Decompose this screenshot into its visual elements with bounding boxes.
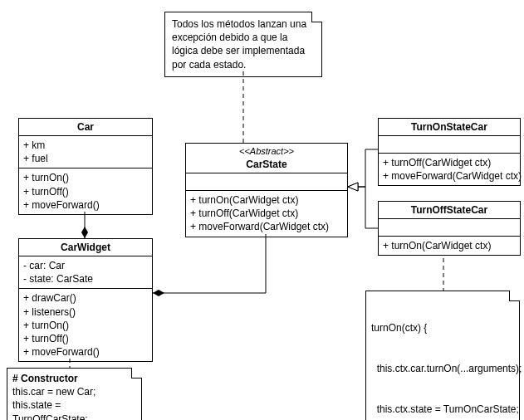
op: + moveForward() <box>23 198 148 212</box>
class-title: TurnOffStateCar <box>379 202 520 219</box>
op: + turnOn(CarWidget ctx) <box>383 239 516 252</box>
op: + turnOn() <box>23 319 148 332</box>
class-car: Car + km + fuel + turnOn() + turnOff() +… <box>18 118 153 215</box>
op: + turnOff(CarWidget ctx) <box>190 207 343 220</box>
attr: - car: Car <box>23 259 148 272</box>
note-line: this.ctx.state = TurnOnCarState; <box>371 403 514 416</box>
attr-section <box>379 219 520 237</box>
note-line: this.state = TurnOffCarState; <box>12 398 136 420</box>
class-carwidget: CarWidget - car: Car - state: CarSate + … <box>18 238 153 362</box>
op-section: + turnOff(CarWidget ctx) + moveForward(C… <box>379 154 520 185</box>
class-title: CarWidget <box>19 239 152 256</box>
attr-section: - car: Car - state: CarSate <box>19 256 152 289</box>
stereotype: <<Abstract>> <box>186 144 347 156</box>
attr-section <box>379 136 520 154</box>
op: + turnOn(CarWidget ctx) <box>190 193 343 207</box>
op: + turnOff() <box>23 185 148 198</box>
class-carstate: <<Abstract>> CarState + turnOn(CarWidget… <box>185 143 348 237</box>
op: + moveForward(CarWidget ctx) <box>383 169 516 183</box>
note-line: turnOn(ctx) { <box>371 321 514 335</box>
op: + drawCar() <box>23 291 148 305</box>
attr-section: + km + fuel <box>19 136 152 168</box>
class-title: Car <box>19 119 152 136</box>
op-section: + turnOn() + turnOff() + moveForward() <box>19 168 152 214</box>
op-section: + drawCar() + listeners() + turnOn() + t… <box>19 289 152 361</box>
class-title: CarState <box>186 156 347 173</box>
op-section: + turnOn(CarWidget ctx) <box>379 237 520 255</box>
op: + turnOn() <box>23 171 148 184</box>
note-turnon: turnOn(ctx) { this.ctx.car.turnOn(...arg… <box>365 291 520 420</box>
attr-section <box>186 173 347 191</box>
note-line: this.ctx.car.turnOn(...arguments); <box>371 362 514 375</box>
note-line: this.car = new Car; <box>12 385 136 398</box>
note-carstate: Todos los métodos lanzan una excepción d… <box>164 12 322 77</box>
note-title: # Constructor <box>12 372 136 385</box>
op: + turnOff(CarWidget ctx) <box>383 156 516 169</box>
attr: + km <box>23 139 148 152</box>
op: + moveForward() <box>23 345 148 359</box>
op: + turnOff() <box>23 332 148 345</box>
note-constructor: # Constructor this.car = new Car; this.s… <box>7 368 142 420</box>
class-title: TurnOnStateCar <box>379 119 520 136</box>
op-section: + turnOn(CarWidget ctx) + turnOff(CarWid… <box>186 191 347 237</box>
attr: - state: CarSate <box>23 272 148 286</box>
op: + moveForward(CarWidget ctx) <box>190 220 343 233</box>
attr: + fuel <box>23 152 148 165</box>
class-turnonstatecar: TurnOnStateCar + turnOff(CarWidget ctx) … <box>378 118 521 186</box>
note-text: Todos los métodos lanzan una excepción d… <box>172 18 306 71</box>
class-turnoffstatecar: TurnOffStateCar + turnOn(CarWidget ctx) <box>378 201 521 256</box>
op: + listeners() <box>23 305 148 319</box>
